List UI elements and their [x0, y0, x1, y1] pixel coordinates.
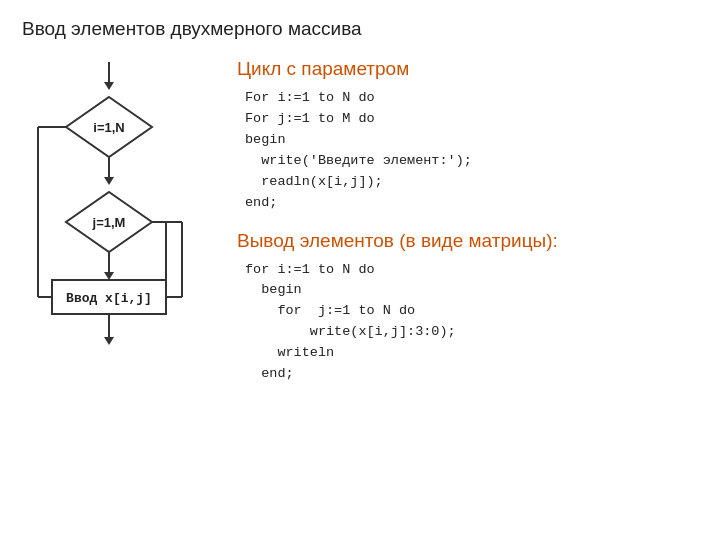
code-line: write('Введите элемент:');	[245, 151, 698, 172]
svg-marker-5	[104, 177, 114, 185]
code-line: writeln	[245, 343, 698, 364]
section1-title: Цикл с параметром	[237, 58, 698, 80]
svg-marker-1	[104, 82, 114, 90]
code-line: end;	[245, 364, 698, 385]
code-line: for i:=1 to N do	[245, 260, 698, 281]
svg-text:j=1,M: j=1,M	[92, 215, 126, 230]
svg-marker-9	[104, 272, 114, 280]
section1-code: For i:=1 to N do For j:=1 to M do begin …	[237, 88, 698, 214]
code-line: write(x[i,j]:3:0);	[245, 322, 698, 343]
right-panel: Цикл с параметром For i:=1 to N do For j…	[237, 58, 698, 385]
section2-code: for i:=1 to N do begin for j:=1 to N do …	[237, 260, 698, 386]
code-line: begin	[245, 280, 698, 301]
code-line: For i:=1 to N do	[245, 88, 698, 109]
code-line: readln(x[i,j]);	[245, 172, 698, 193]
section1: Цикл с параметром For i:=1 to N do For j…	[237, 58, 698, 214]
page-title: Ввод элементов двухмерного массива	[22, 18, 698, 40]
svg-marker-13	[104, 337, 114, 345]
flowchart-svg: i=1,N j=1,M Ввод x[i,j]	[22, 62, 197, 372]
section2-title: Вывод элементов (в виде матрицы):	[237, 230, 698, 252]
section2: Вывод элементов (в виде матрицы): for i:…	[237, 230, 698, 386]
flowchart: i=1,N j=1,M Ввод x[i,j]	[22, 58, 207, 372]
main-content: i=1,N j=1,M Ввод x[i,j]	[22, 58, 698, 385]
code-line: begin	[245, 130, 698, 151]
svg-text:Ввод x[i,j]: Ввод x[i,j]	[66, 291, 152, 306]
code-line: For j:=1 to M do	[245, 109, 698, 130]
svg-text:i=1,N: i=1,N	[93, 120, 124, 135]
code-line: for j:=1 to N do	[245, 301, 698, 322]
code-line: end;	[245, 193, 698, 214]
